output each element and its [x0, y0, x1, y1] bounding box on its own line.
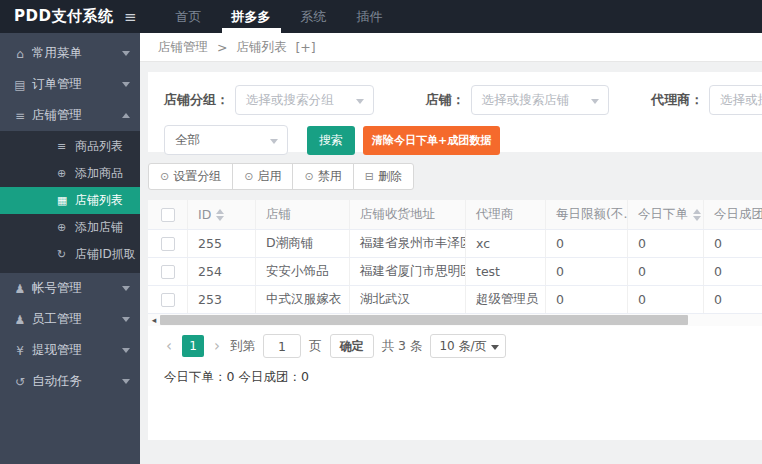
breadcrumb-page[interactable]: 店铺列表 — [236, 39, 286, 56]
cell-shop: D潮商铺 — [256, 230, 350, 257]
cell-id: 255 — [188, 230, 256, 257]
shop-filter-select[interactable]: 选择或搜索店铺 — [471, 85, 610, 115]
cell-id: 254 — [188, 258, 256, 285]
plus-circle-icon: ⊕ — [57, 167, 72, 180]
trash-icon: ⊟ — [365, 170, 374, 183]
pdd-admin-page: PDD支付系统 ≡ 首页 拼多多 系统 插件 ⌂ 常用菜单 ▤ 订单管理 ≡ 店… — [0, 0, 762, 464]
topnav-item-plugin[interactable]: 插件 — [347, 0, 393, 33]
sidebar-item-common-menu[interactable]: ⌂ 常用菜单 — [0, 38, 140, 69]
sidebar-item-add-product[interactable]: ⊕ 添加商品 — [0, 160, 140, 187]
scrollbar-thumb[interactable] — [160, 315, 688, 325]
page-number-current[interactable]: 1 — [182, 335, 204, 357]
next-page-icon[interactable]: › — [212, 337, 222, 355]
shop-mgmt-submenu: ≡ 商品列表 ⊕ 添加商品 ▦ 店铺列表 ⊕ 添加店铺 ↻ 店铺ID抓取 — [0, 131, 140, 273]
chevron-down-icon — [122, 348, 130, 353]
sidebar-item-staff-mgmt[interactable]: ♟ 员工管理 — [0, 304, 140, 335]
cell-orders: 0 — [628, 286, 704, 313]
enable-button[interactable]: ⊙ 启用 — [232, 163, 293, 190]
header-shop: 店铺 — [256, 200, 350, 229]
header-today-orders: 今日下单 — [628, 200, 704, 229]
sidebar-item-product-list[interactable]: ≡ 商品列表 — [0, 133, 140, 160]
sidebar-item-shop-id-fetch[interactable]: ↻ 店铺ID抓取 — [0, 241, 140, 268]
cell-agent: test — [466, 258, 546, 285]
topnav-item-home[interactable]: 首页 — [166, 0, 212, 33]
chevron-up-icon — [122, 113, 130, 118]
cell-limit: 0 — [546, 286, 628, 313]
sidebar-item-auto-task[interactable]: ↺ 自动任务 — [0, 366, 140, 397]
account-icon: ♟ — [12, 282, 28, 296]
task-icon: ↺ — [12, 375, 28, 389]
row-checkbox[interactable] — [161, 293, 175, 307]
table-row: 253 中式汉服嫁衣 湖北武汉 超级管理员 0 0 0 — [148, 286, 762, 314]
status-filter-select[interactable]: 全部 — [164, 125, 288, 155]
topnav-item-pinduoduo[interactable]: 拼多多 — [222, 0, 281, 33]
breadcrumb-add[interactable]: [+] — [295, 40, 315, 55]
sidebar-item-account-mgmt[interactable]: ♟ 帐号管理 — [0, 273, 140, 304]
row-checkbox[interactable] — [161, 265, 175, 279]
plus-circle-icon: ⊕ — [57, 221, 72, 234]
sidebar-item-add-shop[interactable]: ⊕ 添加店铺 — [0, 214, 140, 241]
breadcrumb-separator: > — [217, 40, 227, 55]
breadcrumb: 店铺管理 > 店铺列表 [+] — [140, 33, 762, 62]
cell-id: 253 — [188, 286, 256, 313]
sort-icon[interactable] — [693, 209, 701, 221]
page-size-select[interactable]: 10 条/页 — [430, 334, 505, 358]
chevron-down-icon — [122, 286, 130, 291]
confirm-page-button[interactable]: 确定 — [330, 334, 374, 358]
chevron-down-icon — [122, 317, 130, 322]
total-count-label: 共 3 条 — [382, 338, 423, 355]
today-summary: 今日下单：0 今日成团：0 — [164, 369, 762, 386]
delete-button[interactable]: ⊟ 删除 — [353, 163, 414, 190]
scroll-left-icon[interactable]: ◂ — [148, 314, 160, 326]
cell-address: 福建省厦门市思明区... — [350, 258, 466, 285]
sidebar-item-shop-list[interactable]: ▦ 店铺列表 — [0, 187, 140, 214]
header-agent: 代理商 — [466, 200, 546, 229]
chevron-down-icon — [122, 82, 130, 87]
sort-icon[interactable] — [216, 209, 224, 221]
cell-address: 福建省泉州市丰泽区 — [350, 230, 466, 257]
cell-agent: 超级管理员 — [466, 286, 546, 313]
page-unit-label: 页 — [309, 338, 322, 355]
grid-icon: ▦ — [57, 194, 72, 207]
header-today-groups: 今日成团 — [704, 200, 762, 229]
collapse-sidebar-icon[interactable]: ≡ — [124, 8, 137, 26]
radio-icon: ⊙ — [304, 170, 313, 183]
sidebar-item-shop-mgmt[interactable]: ≡ 店铺管理 — [0, 100, 140, 131]
sidebar: ⌂ 常用菜单 ▤ 订单管理 ≡ 店铺管理 ≡ 商品列表 ⊕ 添加商品 ▦ — [0, 33, 140, 464]
group-filter-label: 店铺分组： — [164, 91, 229, 109]
topnav-item-system[interactable]: 系统 — [291, 0, 337, 33]
goto-page-input[interactable] — [263, 334, 301, 358]
shop-table: ID 店铺 店铺收货地址 代理商 每日限额(不... 今日下单 今日成团 — [148, 200, 762, 314]
chevron-down-icon — [122, 379, 130, 384]
content: 店铺分组： 选择或搜索分组 店铺： 选择或搜索店铺 代理商： 选择或搜索代理 — [140, 62, 762, 464]
top-navigation: 首页 拼多多 系统 插件 — [161, 0, 398, 33]
horizontal-scrollbar: ◂ — [148, 314, 762, 326]
chevron-down-icon — [270, 139, 278, 144]
app-title: PDD支付系统 — [0, 7, 122, 26]
shop-icon: ≡ — [12, 109, 28, 123]
sidebar-item-order-mgmt[interactable]: ▤ 订单管理 — [0, 69, 140, 100]
select-all-checkbox[interactable] — [161, 208, 175, 222]
filter-panel: 店铺分组： 选择或搜索分组 店铺： 选择或搜索店铺 代理商： 选择或搜索代理 — [148, 72, 762, 152]
search-button[interactable]: 搜索 — [307, 126, 355, 155]
cell-agent: xc — [466, 230, 546, 257]
staff-icon: ♟ — [12, 313, 28, 327]
breadcrumb-section[interactable]: 店铺管理 — [158, 39, 208, 56]
clear-today-data-button[interactable]: 清除今日下单+成团数据 — [363, 126, 500, 155]
row-checkbox[interactable] — [161, 237, 175, 251]
radio-icon: ⊙ — [160, 170, 169, 183]
agent-filter-select[interactable]: 选择或搜索代理 — [709, 85, 762, 115]
cell-shop: 安安小饰品 — [256, 258, 350, 285]
set-group-button[interactable]: ⊙ 设置分组 — [148, 163, 233, 190]
cell-groups: 0 — [704, 286, 762, 313]
prev-page-icon[interactable]: ‹ — [164, 337, 174, 355]
table-header-row: ID 店铺 店铺收货地址 代理商 每日限额(不... 今日下单 今日成团 — [148, 200, 762, 230]
shop-table-panel: ID 店铺 店铺收货地址 代理商 每日限额(不... 今日下单 今日成团 — [148, 200, 762, 440]
header-daily-limit: 每日限额(不... — [546, 200, 628, 229]
chevron-down-icon — [491, 345, 499, 350]
sidebar-item-withdraw-mgmt[interactable]: ¥ 提现管理 — [0, 335, 140, 366]
chevron-down-icon — [356, 99, 364, 104]
group-filter-select[interactable]: 选择或搜索分组 — [235, 85, 374, 115]
disable-button[interactable]: ⊙ 禁用 — [292, 163, 353, 190]
cell-groups: 0 — [704, 230, 762, 257]
